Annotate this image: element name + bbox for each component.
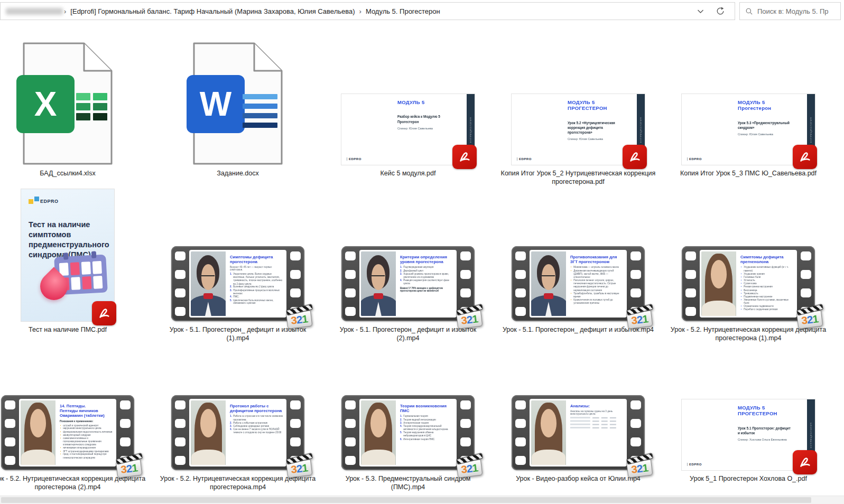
slide-title: Противопоказания для ЗГТ прогестероном — [570, 255, 623, 264]
file-item[interactable]: Теории возникновения ПМСГормональная тео… — [323, 343, 493, 492]
file-name: Копия Итог Урок 5_3 ПМС Ю_Савельева.pdf — [669, 169, 828, 187]
pdf-badge-icon — [92, 301, 116, 325]
search-placeholder: Поиск в: Модуль 5. Пр — [757, 7, 828, 15]
file-name: Тест на наличие ПМС.pdf — [0, 325, 147, 343]
chevron-down-icon[interactable] — [697, 8, 704, 14]
file-item[interactable]: EDPROТест на наличие симптомов предменст… — [0, 187, 153, 343]
pdf-badge-icon — [623, 145, 647, 169]
file-name: Задание.docx — [158, 169, 318, 187]
slide-list-item: Теория нарушения обмена нейромедиаторов … — [400, 431, 453, 437]
video-frame: Теории возникновения ПМСГормональная тео… — [359, 399, 457, 466]
video-frame: Симптомы дефицита прегненолонаУхудшение … — [700, 250, 797, 318]
slide-subtitle: Урок 5.3 «Предменструальный синдром» — [738, 121, 792, 130]
presenter-still — [361, 251, 396, 316]
scrollbar-thumb[interactable] — [1, 497, 811, 503]
file-item[interactable]: МОДУЛЬ 5Разбор кейса к Модулю 5 Прогесте… — [323, 22, 493, 187]
pdf-badge-icon — [793, 450, 817, 474]
video-thumbnail: Симптомы дефицита прегненолонаУхудшение … — [682, 246, 815, 321]
search-input[interactable]: Поиск в: Модуль 5. Пр — [739, 2, 841, 20]
slide-title: МОДУЛЬ 5 — [397, 99, 459, 106]
edpro-logo: EDPRO — [687, 157, 702, 161]
edpro-logo: EDPRO — [687, 463, 702, 466]
explorer-toolbar: › [Edprofi] Гормональный баланс. Тариф Н… — [0, 0, 844, 22]
slide-subtitle: Урок 5.2 «Нутрицевтическая коррекция деф… — [568, 121, 622, 135]
file-item[interactable]: Противопоказания для ЗГТ прогестерономМе… — [493, 187, 663, 343]
mpc-hc-player-icon: 321 — [626, 453, 655, 478]
slide-list: Работа со стрессом и в том числе снижени… — [230, 415, 283, 434]
video-frame: Критерии определения уровня прогестерона… — [359, 250, 457, 318]
file-item[interactable]: МОДУЛЬ 5 ПРОГЕСТЕРОНУрок 5.1 Прогестерон… — [663, 343, 833, 492]
filmstrip-holes — [171, 249, 189, 318]
edpro-logo: EDPRO — [347, 157, 361, 161]
slide-speaker: Спикер: Юлия Савельева — [568, 137, 629, 141]
file-item[interactable]: Симптомы дефицита прогестеронаВозраст 40… — [153, 187, 323, 343]
file-item[interactable]: Протокол работы с дефицитом прогестерона… — [153, 343, 323, 492]
video-thumbnail: Критерии определения уровня прогестерона… — [341, 246, 475, 321]
pdf-cover-thumbnail: EDPROТест на наличие симптомов предменст… — [21, 189, 114, 321]
pdf-thumbnail: МОДУЛЬ 5Разбор кейса к Модулю 5 Прогесте… — [341, 94, 475, 165]
slide-title: Теории возникновения ПМС — [400, 404, 453, 413]
file-item[interactable]: WЗадание.docx — [153, 22, 323, 187]
slide-list: острый и хронический аднекситнарушения м… — [60, 424, 113, 459]
file-item[interactable]: Симптомы дефицита прегненолонаУхудшение … — [663, 187, 833, 343]
pdf-thumbnail: МОДУЛЬ 5 ПРОГЕСТЕРОНУрок 5.1 Прогестерон… — [682, 399, 815, 470]
video-frame: Симптомы дефицита прогестеронаВозраст 40… — [189, 250, 286, 318]
spreadsheet-lines-decoration — [76, 93, 107, 120]
slide-title: Протокол работы с дефицитом прогестерона — [230, 404, 283, 413]
slide-title: Симптомы дефицита прогестерона — [230, 255, 283, 264]
mpc-hc-player-icon: 321 — [456, 304, 485, 329]
slide-intro: Анализы на гормоны сданы на 3 день менст… — [570, 410, 623, 415]
lesson-slide: Симптомы дефицита прегненолонаУхудшение … — [736, 251, 795, 316]
document-lines-decoration — [243, 94, 277, 128]
slide-list-item: пред- и постоперационный период при гине… — [60, 453, 113, 459]
mpc-hc-player-icon: 321 — [115, 453, 144, 478]
app-tile: X — [16, 75, 75, 133]
video-frame: Протокол работы с дефицитом прогестерона… — [189, 399, 286, 466]
mpc-hc-player-icon: 321 — [285, 453, 314, 478]
redacted-breadcrumb-item — [6, 8, 63, 15]
slide-list-item: Пролиферативные процессы в молочных желе… — [230, 289, 283, 295]
slide-list-item: Работа со стрессом и в том числе снижени… — [230, 415, 283, 421]
presenter-still — [191, 251, 226, 316]
slide-list-item: Хороший уровень прогестерона в крови, ув… — [400, 273, 453, 279]
presenter-still — [21, 400, 55, 465]
presenter-still — [531, 400, 566, 465]
slide-list-item: соматовегетативные и психоэмоциональные … — [60, 437, 113, 446]
slide-speaker: Спикер: Юлия Савельева — [738, 133, 800, 136]
file-item[interactable]: Анализы:Анализы на гормоны сданы на 3 де… — [493, 343, 663, 492]
slide-title: 14. Пептиды. Пептиды яичников Овариамин … — [60, 404, 113, 418]
lesson-slide: Симптомы дефицита прогестеронаВозраст 40… — [226, 251, 285, 316]
lesson-slide: Протокол работы с дефицитом прогестерона… — [226, 400, 285, 465]
mpc-hc-player-icon: 321 — [626, 304, 655, 329]
slide-list-item: Перебои с сердечным ритмом — [740, 308, 793, 311]
filmstrip-holes — [171, 398, 189, 467]
edpro-logo: EDPRO — [517, 157, 532, 161]
video-thumbnail: 14. Пептиды. Пептиды яичников Овариамин … — [1, 395, 134, 470]
slide-title: Симптомы дефицита прегненолона — [740, 255, 793, 264]
slide-title: Критерии определения уровня прогестерона — [400, 255, 453, 264]
file-item[interactable]: МОДУЛЬ 5 ПРОГЕСТЕРОНУрок 5.2 «Нутрицевти… — [493, 22, 663, 187]
slide-list: Гормональная теорияТеория водной интокси… — [400, 415, 453, 441]
breadcrumb-separator-icon: › — [63, 7, 67, 15]
horizontal-scrollbar[interactable] — [0, 496, 844, 504]
slide-title: МОДУЛЬ 5 ПРОГЕСТЕРОН — [738, 405, 800, 417]
slide-speaker: Спикер: Юлия Савельева — [397, 127, 459, 130]
app-tile: W — [187, 75, 245, 133]
breadcrumb-separator-icon: › — [358, 7, 363, 15]
video-thumbnail: Анализы:Анализы на гормоны сданы на 3 де… — [512, 395, 645, 470]
lesson-slide: Противопоказания для ЗГТ прогестерономМе… — [566, 251, 625, 316]
file-item[interactable]: XБАД_ссылки4.xlsx — [0, 22, 153, 187]
file-item[interactable]: 14. Пептиды. Пептиды яичников Овариамин … — [0, 343, 153, 492]
address-bar[interactable]: › [Edprofi] Гормональный баланс. Тариф Н… — [0, 2, 735, 20]
slide-list-item: Кровотечения из половых путей до установ… — [570, 298, 623, 305]
file-item[interactable]: Критерии определения уровня прогестерона… — [323, 187, 493, 343]
slide-list-item: Интегративная теория ПМС — [400, 437, 453, 441]
video-thumbnail: Теории возникновения ПМСГормональная тео… — [341, 395, 475, 470]
breadcrumb-item-course[interactable]: [Edprofi] Гормональный баланс. Тариф Нач… — [67, 7, 358, 15]
refresh-icon[interactable] — [716, 6, 725, 16]
presenter-still — [361, 400, 396, 465]
file-name: Кейс 5 модуля.pdf — [328, 169, 488, 187]
lesson-slide: Теории возникновения ПМСГормональная тео… — [396, 400, 455, 465]
file-item[interactable]: МОДУЛЬ 5 ПрогестеронУрок 5.3 «Предменстр… — [663, 22, 833, 187]
breadcrumb-item-module[interactable]: Модуль 5. Прогестерон — [363, 7, 443, 15]
